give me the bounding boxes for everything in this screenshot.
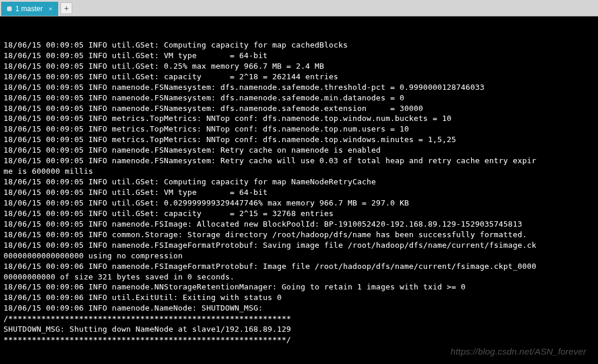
log-line: 18/06/15 00:09:06 INFO namenode.FSImageF…: [4, 261, 594, 272]
terminal-output[interactable]: 18/06/15 00:09:05 INFO util.GSet: Comput…: [0, 16, 598, 364]
log-line: 18/06/15 00:09:05 INFO namenode.FSNamesy…: [4, 103, 594, 114]
plus-icon: +: [64, 4, 69, 13]
log-line: 18/06/15 00:09:05 INFO util.GSet: capaci…: [4, 72, 594, 82]
log-line: 18/06/15 00:09:05 INFO metrics.TopMetric…: [4, 134, 594, 145]
log-line: ****************************************…: [4, 335, 594, 345]
log-line: 18/06/15 00:09:05 INFO util.GSet: capaci…: [4, 208, 594, 219]
add-tab-button[interactable]: +: [61, 2, 72, 14]
watermark-text: https://blog.csdn.net/ASN_forever: [451, 346, 586, 358]
tab-label: 1 master: [15, 5, 43, 13]
log-line: 18/06/15 00:09:05 INFO util.GSet: VM typ…: [4, 187, 594, 198]
log-lines: 18/06/15 00:09:05 INFO util.GSet: Comput…: [4, 40, 594, 345]
log-line: 18/06/15 00:09:05 INFO namenode.FSImageF…: [4, 240, 594, 251]
log-line: 18/06/15 00:09:05 INFO util.GSet: 0.0299…: [4, 198, 594, 208]
log-line: 18/06/15 00:09:05 INFO common.Storage: S…: [4, 230, 594, 240]
tab-master[interactable]: 1 master ×: [1, 2, 58, 16]
log-line: SHUTDOWN_MSG: Shutting down NameNode at …: [4, 324, 594, 335]
log-line: 18/06/15 00:09:05 INFO namenode.FSNamesy…: [4, 82, 594, 93]
log-line: 18/06/15 00:09:05 INFO metrics.TopMetric…: [4, 124, 594, 134]
log-line: 18/06/15 00:09:05 INFO util.GSet: VM typ…: [4, 50, 594, 61]
log-line: 00000000000000000 using no compression: [4, 251, 594, 261]
log-line: me is 600000 millis: [4, 166, 594, 177]
log-line: 18/06/15 00:09:05 INFO namenode.FSNamesy…: [4, 156, 594, 166]
log-line: 18/06/15 00:09:05 INFO metrics.TopMetric…: [4, 113, 594, 124]
log-line: 00000000000 of size 321 bytes saved in 0…: [4, 272, 594, 282]
close-icon[interactable]: ×: [49, 5, 52, 12]
log-line: 18/06/15 00:09:05 INFO util.GSet: Comput…: [4, 177, 594, 187]
log-line: 18/06/15 00:09:05 INFO namenode.FSNamesy…: [4, 93, 594, 103]
tab-bar: 1 master × +: [0, 0, 598, 16]
log-line: 18/06/15 00:09:06 INFO namenode.NNStorag…: [4, 282, 594, 292]
log-line: 18/06/15 00:09:06 INFO namenode.NameNode…: [4, 303, 594, 314]
log-line: 18/06/15 00:09:05 INFO namenode.FSNamesy…: [4, 145, 594, 156]
log-line: 18/06/15 00:09:06 INFO util.ExitUtil: Ex…: [4, 292, 594, 303]
log-line: 18/06/15 00:09:05 INFO util.GSet: Comput…: [4, 40, 594, 50]
tab-indicator-icon: [7, 6, 12, 11]
log-line: 18/06/15 00:09:05 INFO util.GSet: 0.25% …: [4, 61, 594, 72]
log-line: /***************************************…: [4, 314, 594, 324]
log-line: 18/06/15 00:09:05 INFO namenode.FSImage:…: [4, 219, 594, 230]
